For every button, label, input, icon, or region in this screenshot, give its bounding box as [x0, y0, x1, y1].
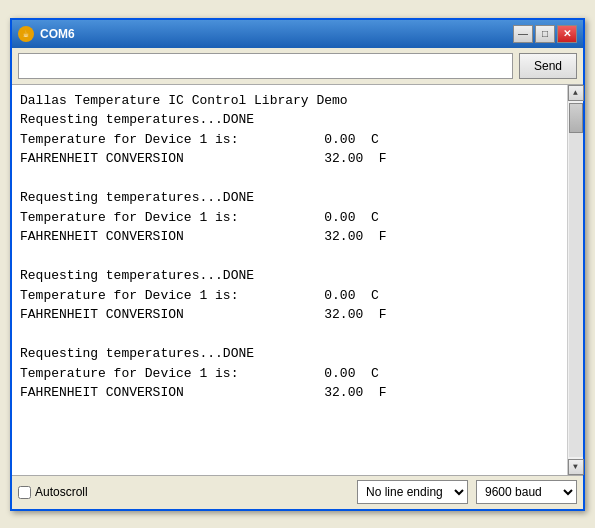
autoscroll-label: Autoscroll: [35, 485, 88, 499]
toolbar: Send: [12, 48, 583, 85]
scroll-thumb[interactable]: [569, 103, 583, 133]
close-button[interactable]: ✕: [557, 25, 577, 43]
maximize-button[interactable]: □: [535, 25, 555, 43]
send-input[interactable]: [18, 53, 513, 79]
status-bar: Autoscroll No line endingNewlineCarriage…: [12, 475, 583, 509]
console-output: Dallas Temperature IC Control Library De…: [12, 85, 567, 475]
scroll-down-arrow[interactable]: ▼: [568, 459, 584, 475]
send-button[interactable]: Send: [519, 53, 577, 79]
minimize-button[interactable]: —: [513, 25, 533, 43]
content-area: Dallas Temperature IC Control Library De…: [12, 85, 583, 475]
line-ending-wrapper: No line endingNewlineCarriage returnBoth…: [357, 480, 468, 504]
autoscroll-container: Autoscroll: [18, 485, 88, 499]
baud-rate-select[interactable]: 300 baud1200 baud2400 baud4800 baud9600 …: [476, 480, 577, 504]
autoscroll-checkbox[interactable]: [18, 486, 31, 499]
baud-rate-wrapper: 300 baud1200 baud2400 baud4800 baud9600 …: [476, 480, 577, 504]
app-icon: ☕: [18, 26, 34, 42]
line-ending-select[interactable]: No line endingNewlineCarriage returnBoth…: [357, 480, 468, 504]
title-bar: ☕ COM6 — □ ✕: [12, 20, 583, 48]
window-title: COM6: [40, 27, 507, 41]
scrollbar: ▲ ▼: [567, 85, 583, 475]
scroll-track[interactable]: [569, 103, 583, 457]
main-window: ☕ COM6 — □ ✕ Send Dallas Temperature IC …: [10, 18, 585, 511]
scroll-up-arrow[interactable]: ▲: [568, 85, 584, 101]
window-controls: — □ ✕: [513, 25, 577, 43]
